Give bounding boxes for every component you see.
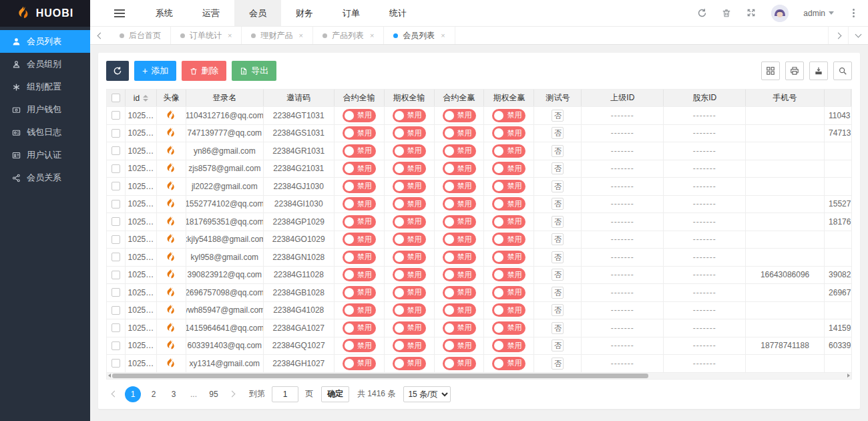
toggle-contract-all-lose[interactable]: 禁用 — [343, 251, 376, 264]
toggle-contract-all-win[interactable]: 禁用 — [443, 251, 476, 264]
toggle-option-all-lose[interactable]: 禁用 — [393, 303, 426, 317]
user-menu[interactable]: admin — [803, 9, 834, 18]
toggle-contract-all-lose[interactable]: 禁用 — [343, 268, 376, 281]
page-number-1[interactable]: 1 — [125, 386, 141, 402]
toggle-option-all-lose[interactable]: 禁用 — [393, 197, 426, 210]
toggle-contract-all-win[interactable]: 禁用 — [443, 197, 476, 210]
close-tab-icon[interactable]: × — [441, 31, 445, 39]
trash-icon[interactable] — [722, 8, 732, 18]
nav-item-member[interactable]: 会员 — [234, 0, 281, 26]
tab-order-stats[interactable]: 订单统计 × — [171, 27, 242, 44]
sidebar-item-wallet-log[interactable]: 钱包日志 — [0, 121, 90, 144]
page-number-95[interactable]: 95 — [206, 386, 221, 402]
toggle-contract-all-lose[interactable]: 禁用 — [343, 144, 376, 158]
toggle-option-all-win[interactable]: 禁用 — [492, 303, 525, 317]
toggle-option-all-win[interactable]: 禁用 — [492, 357, 525, 370]
tabs-menu-icon[interactable] — [848, 27, 868, 44]
toggle-option-all-win[interactable]: 禁用 — [492, 339, 525, 352]
scrollbar-thumb[interactable] — [112, 374, 648, 378]
tabs-scroll-left-icon[interactable] — [90, 27, 110, 44]
fullscreen-icon[interactable] — [746, 8, 756, 18]
toggle-option-all-lose[interactable]: 禁用 — [393, 233, 426, 246]
sort-icon[interactable] — [143, 95, 148, 102]
horizontal-scrollbar[interactable] — [106, 373, 852, 380]
toggle-option-all-win[interactable]: 禁用 — [492, 126, 525, 140]
user-avatar[interactable] — [771, 5, 789, 22]
toggle-contract-all-lose[interactable]: 禁用 — [343, 126, 376, 140]
toggle-contract-all-win[interactable]: 禁用 — [443, 321, 476, 335]
export-button[interactable]: 导出 — [232, 61, 276, 81]
tab-member-list[interactable]: 会员列表 × — [384, 27, 455, 44]
columns-filter-icon[interactable] — [761, 61, 780, 80]
row-checkbox[interactable] — [112, 146, 120, 155]
row-checkbox[interactable] — [112, 288, 120, 297]
row-checkbox[interactable] — [112, 129, 120, 138]
scroll-right-arrow-icon[interactable] — [846, 374, 851, 378]
toggle-option-all-win[interactable]: 禁用 — [492, 286, 525, 299]
nav-item-order[interactable]: 订单 — [328, 0, 375, 26]
sidebar-item-member-relations[interactable]: 会员关系 — [0, 166, 90, 189]
row-checkbox[interactable] — [112, 271, 120, 279]
toggle-contract-all-win[interactable]: 禁用 — [443, 357, 476, 370]
toggle-option-all-win[interactable]: 禁用 — [492, 268, 525, 281]
toggle-option-all-lose[interactable]: 禁用 — [393, 321, 426, 335]
row-checkbox[interactable] — [112, 359, 120, 368]
toggle-option-all-lose[interactable]: 禁用 — [393, 268, 426, 281]
row-checkbox[interactable] — [112, 164, 120, 173]
toggle-contract-all-win[interactable]: 禁用 — [443, 162, 476, 175]
toggle-option-all-lose[interactable]: 禁用 — [393, 215, 426, 229]
toggle-contract-all-lose[interactable]: 禁用 — [343, 303, 376, 317]
select-all-checkbox[interactable] — [112, 94, 120, 102]
toggle-option-all-lose[interactable]: 禁用 — [393, 339, 426, 352]
toggle-option-all-lose[interactable]: 禁用 — [393, 109, 426, 122]
prev-page-icon[interactable] — [106, 386, 122, 402]
toggle-option-all-win[interactable]: 禁用 — [492, 321, 525, 335]
add-button[interactable]: + 添加 — [134, 61, 176, 81]
goto-page-input[interactable] — [272, 386, 298, 402]
row-checkbox[interactable] — [112, 217, 120, 226]
toggle-option-all-win[interactable]: 禁用 — [492, 251, 525, 264]
next-page-icon[interactable] — [224, 386, 240, 402]
tabs-scroll-right-icon[interactable] — [828, 27, 848, 44]
close-tab-icon[interactable]: × — [298, 31, 302, 39]
confirm-button[interactable]: 确定 — [321, 386, 349, 402]
row-checkbox[interactable] — [112, 111, 120, 120]
toggle-contract-all-win[interactable]: 禁用 — [443, 233, 476, 246]
toggle-option-all-win[interactable]: 禁用 — [492, 144, 525, 158]
close-tab-icon[interactable]: × — [228, 31, 232, 39]
close-tab-icon[interactable]: × — [370, 31, 374, 39]
page-number-2[interactable]: 2 — [146, 386, 161, 402]
toggle-option-all-lose[interactable]: 禁用 — [393, 144, 426, 158]
collapse-menu-icon[interactable] — [90, 0, 141, 26]
toggle-contract-all-lose[interactable]: 禁用 — [343, 357, 376, 370]
row-checkbox[interactable] — [112, 182, 120, 190]
toggle-contract-all-win[interactable]: 禁用 — [443, 303, 476, 317]
sidebar-item-member-groups[interactable]: 会员组别 — [0, 53, 90, 76]
delete-button[interactable]: 删除 — [182, 61, 226, 81]
toggle-option-all-win[interactable]: 禁用 — [492, 109, 525, 122]
nav-item-stats[interactable]: 统计 — [375, 0, 421, 26]
refresh-icon[interactable] — [697, 8, 707, 18]
search-icon[interactable] — [833, 61, 852, 80]
toggle-contract-all-win[interactable]: 禁用 — [443, 215, 476, 229]
nav-item-system[interactable]: 系统 — [141, 0, 188, 26]
toggle-option-all-lose[interactable]: 禁用 — [393, 357, 426, 370]
page-number-3[interactable]: 3 — [166, 386, 181, 402]
row-checkbox[interactable] — [112, 341, 120, 350]
tab-finance-products[interactable]: 理财产品 × — [242, 27, 312, 44]
toggle-contract-all-lose[interactable]: 禁用 — [343, 286, 376, 299]
toggle-contract-all-win[interactable]: 禁用 — [443, 126, 476, 140]
toggle-contract-all-lose[interactable]: 禁用 — [343, 233, 376, 246]
row-checkbox[interactable] — [112, 323, 120, 332]
toggle-contract-all-lose[interactable]: 禁用 — [343, 180, 376, 193]
export-data-icon[interactable] — [809, 61, 828, 80]
toggle-contract-all-win[interactable]: 禁用 — [443, 144, 476, 158]
toggle-option-all-lose[interactable]: 禁用 — [393, 162, 426, 175]
toggle-option-all-win[interactable]: 禁用 — [492, 233, 525, 246]
toggle-option-all-lose[interactable]: 禁用 — [393, 180, 426, 193]
toggle-contract-all-lose[interactable]: 禁用 — [343, 321, 376, 335]
row-checkbox[interactable] — [112, 235, 120, 244]
row-checkbox[interactable] — [112, 253, 120, 261]
toggle-option-all-win[interactable]: 禁用 — [492, 180, 525, 193]
sidebar-item-user-wallet[interactable]: 用户钱包 — [0, 98, 90, 121]
